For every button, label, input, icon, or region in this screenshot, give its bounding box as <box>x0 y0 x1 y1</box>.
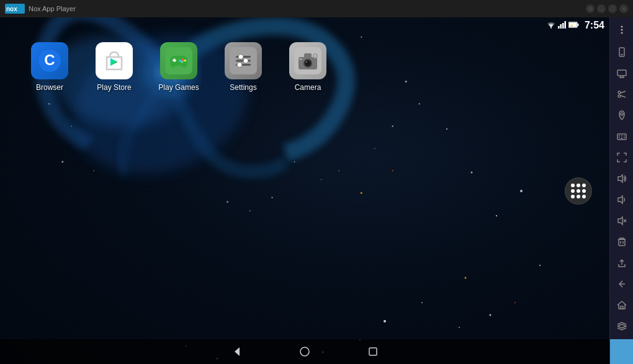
settings-app-icon[interactable]: Settings <box>218 42 268 92</box>
app-icons-area: C Browser <box>25 42 333 92</box>
status-icons: ⚡ <box>546 21 580 30</box>
sidebar-expand-btn[interactable] <box>612 148 632 167</box>
svg-point-32 <box>465 277 467 279</box>
svg-point-33 <box>421 302 423 303</box>
svg-marker-82 <box>235 347 240 356</box>
svg-text:C: C <box>44 51 55 68</box>
sidebar-home-btn[interactable] <box>612 295 632 315</box>
svg-marker-108 <box>618 217 622 224</box>
sidebar-volume-down-btn[interactable] <box>612 190 632 210</box>
svg-point-64 <box>171 61 176 68</box>
svg-rect-84 <box>369 348 377 355</box>
svg-rect-47 <box>562 23 564 29</box>
sidebar-keyboard-btn[interactable] <box>612 127 632 146</box>
sidebar-back-btn[interactable] <box>612 274 632 294</box>
wifi-icon <box>546 21 556 30</box>
title-bar-left: nox Nox App Player <box>5 4 76 14</box>
svg-text:nox: nox <box>6 6 17 12</box>
svg-point-78 <box>306 61 307 63</box>
dot-5 <box>577 189 580 193</box>
svg-point-43 <box>459 327 460 328</box>
sidebar-phone-btn[interactable] <box>612 42 632 62</box>
sidebar-menu-btn[interactable] <box>612 20 632 40</box>
svg-point-28 <box>471 172 473 174</box>
browser-icon-image: C <box>31 42 68 79</box>
svg-point-70 <box>238 55 243 60</box>
dot-1 <box>571 184 575 187</box>
title-bar-controls: ⚙ — □ ✕ <box>586 4 628 13</box>
dot-7 <box>571 195 575 198</box>
svg-point-98 <box>621 113 623 115</box>
svg-rect-50 <box>577 24 578 26</box>
android-screen: ⚡ 7:54 C Browser <box>0 17 609 364</box>
svg-point-71 <box>243 58 248 63</box>
apps-button[interactable] <box>565 177 592 205</box>
apps-button-dots <box>571 184 586 198</box>
svg-rect-46 <box>560 24 562 29</box>
svg-marker-107 <box>618 196 622 203</box>
nox-logo: nox <box>5 4 25 14</box>
dot-2 <box>577 184 580 187</box>
nav-bar <box>0 339 609 364</box>
svg-line-96 <box>621 91 626 93</box>
back-nav-btn[interactable] <box>227 342 246 361</box>
camera-app-icon[interactable]: Camera <box>283 42 333 92</box>
playstore-label: Play Store <box>97 83 131 92</box>
svg-point-42 <box>490 314 492 316</box>
sidebar-bottom-accent <box>610 339 633 364</box>
maximize-btn[interactable]: □ <box>608 4 617 13</box>
sidebar-scissors-btn[interactable] <box>612 84 632 104</box>
svg-point-85 <box>621 26 622 28</box>
settings-title-btn[interactable]: ⚙ <box>586 4 595 13</box>
camera-icon-image <box>289 42 326 79</box>
recent-nav-btn[interactable] <box>364 342 382 361</box>
sidebar-layers-btn[interactable] <box>612 316 632 336</box>
svg-rect-45 <box>558 26 560 29</box>
dot-3 <box>582 184 586 187</box>
sidebar-tv-btn[interactable] <box>612 63 632 83</box>
minimize-btn[interactable]: — <box>597 4 606 13</box>
svg-point-27 <box>446 128 447 130</box>
svg-point-31 <box>539 265 541 266</box>
sidebar-volume-up-btn[interactable] <box>612 169 632 189</box>
svg-rect-88 <box>619 48 624 56</box>
browser-label: Browser <box>36 83 63 92</box>
playgames-app-icon[interactable]: Play Games <box>154 42 204 92</box>
svg-rect-111 <box>619 239 625 246</box>
clock: 7:54 <box>585 20 604 31</box>
sidebar-share-btn[interactable] <box>612 253 632 273</box>
right-sidebar <box>609 17 633 364</box>
sidebar-volume-mute-btn[interactable] <box>612 211 632 231</box>
close-window-btn[interactable]: ✕ <box>619 4 628 13</box>
svg-point-44 <box>550 27 552 29</box>
svg-point-94 <box>618 91 621 94</box>
status-bar: ⚡ 7:54 <box>541 17 609 33</box>
sidebar-location-btn[interactable] <box>612 105 632 125</box>
svg-point-87 <box>621 32 622 34</box>
title-text: Nox App Player <box>29 5 76 12</box>
playstore-icon-image <box>96 42 133 79</box>
svg-rect-115 <box>621 306 623 309</box>
svg-marker-106 <box>618 175 622 182</box>
svg-rect-79 <box>299 58 302 60</box>
dot-9 <box>582 195 586 198</box>
svg-point-83 <box>300 347 309 356</box>
camera-label: Camera <box>295 83 321 92</box>
browser-app-icon[interactable]: C Browser <box>25 42 74 92</box>
svg-line-97 <box>621 95 626 97</box>
dot-6 <box>582 189 586 193</box>
svg-point-30 <box>520 190 523 192</box>
svg-point-60 <box>181 58 184 61</box>
playgames-icon-image <box>160 42 197 79</box>
svg-point-34 <box>384 320 386 322</box>
svg-point-81 <box>314 55 316 57</box>
dot-8 <box>577 195 580 198</box>
playgames-label: Play Games <box>158 83 199 92</box>
battery-icon: ⚡ <box>568 21 580 30</box>
playstore-app-icon[interactable]: Play Store <box>89 42 139 92</box>
home-nav-btn[interactable] <box>295 342 314 361</box>
svg-point-72 <box>237 63 242 68</box>
sidebar-trash-btn[interactable] <box>612 232 632 252</box>
svg-text:⚡: ⚡ <box>569 24 573 28</box>
svg-point-65 <box>182 61 187 68</box>
